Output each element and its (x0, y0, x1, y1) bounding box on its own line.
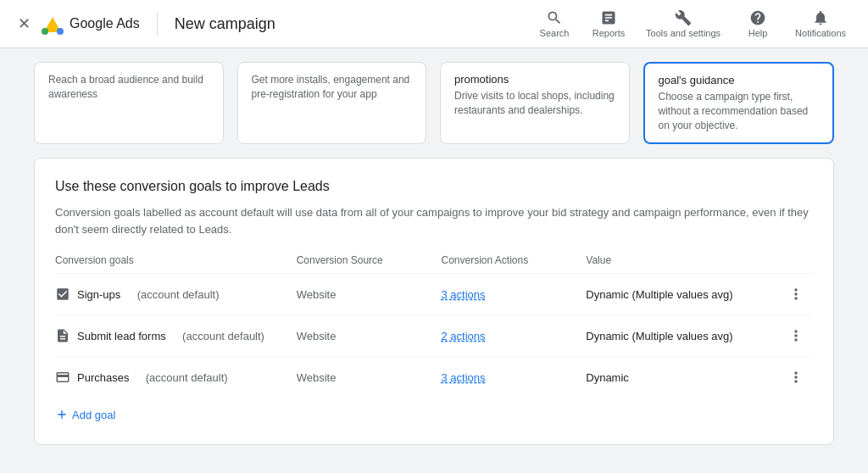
purchases-menu-button[interactable] (779, 369, 813, 386)
help-icon (749, 9, 766, 26)
close-button[interactable]: ✕ (14, 14, 34, 34)
signups-default-label: (account default) (137, 288, 220, 301)
conversion-goals-section: Use these conversion goals to improve Le… (34, 158, 834, 445)
card-guidance-title: goal's guidance (659, 74, 820, 86)
conversion-section-title: Use these conversion goals to improve Le… (55, 179, 813, 194)
svg-point-2 (57, 28, 64, 35)
page-title: New campaign (175, 15, 275, 33)
notifications-icon (812, 9, 829, 26)
campaign-card-local[interactable]: promotions Drive visits to local shops, … (440, 62, 630, 144)
signups-actions-link[interactable]: 3 actions (441, 288, 586, 301)
signups-value: Dynamic (Multiple values avg) (586, 288, 779, 301)
tools-icon (675, 9, 692, 26)
reports-nav-label: Reports (593, 28, 626, 38)
nav-right: Search Reports Tools and settings Help N… (529, 6, 854, 42)
table-header: Conversion goals Conversion Source Conve… (55, 254, 813, 274)
tools-nav-button[interactable]: Tools and settings (637, 6, 729, 42)
reports-nav-button[interactable]: Reports (583, 6, 634, 42)
goal-name-cell-leadforms: Submit lead forms (account default) (55, 328, 297, 343)
col-header-actions: Conversion Actions (441, 254, 586, 266)
card-awareness-desc: Reach a broad audience and build awarene… (48, 73, 209, 102)
table-row: Submit lead forms (account default) Webs… (55, 315, 813, 357)
leadforms-source: Website (297, 330, 442, 342)
search-nav-button[interactable]: Search (529, 6, 580, 42)
leadforms-value: Dynamic (Multiple values avg) (586, 330, 779, 342)
purchases-name: Purchases (77, 371, 129, 384)
col-header-value: Value (586, 254, 779, 266)
leadforms-menu-button[interactable] (779, 327, 813, 344)
card-local-title: promotions (454, 73, 615, 86)
purchases-icon (55, 370, 70, 385)
purchases-default-label: (account default) (146, 371, 228, 384)
table-row: Sign-ups (account default) Website 3 act… (55, 274, 813, 315)
col-header-source: Conversion Source (297, 254, 442, 266)
table-row: Purchases (account default) Website 3 ac… (55, 357, 813, 398)
svg-point-1 (42, 28, 48, 35)
nav-divider (157, 12, 158, 36)
card-guidance-desc: Choose a campaign type first, without a … (659, 90, 820, 132)
google-ads-logo: Google Ads (41, 12, 140, 36)
purchases-value: Dynamic (586, 371, 779, 384)
campaign-card-guidance[interactable]: goal's guidance Choose a campaign type f… (643, 62, 835, 144)
leadforms-default-label: (account default) (182, 330, 264, 342)
notifications-nav-label: Notifications (795, 28, 846, 38)
tools-nav-label: Tools and settings (646, 28, 721, 38)
leadforms-actions-link[interactable]: 2 actions (441, 330, 586, 342)
card-app-desc: Get more installs, engagement and pre-re… (252, 73, 413, 102)
signups-source: Website (297, 288, 442, 301)
main-content: Reach a broad audience and build awarene… (0, 48, 868, 473)
help-nav-button[interactable]: Help (732, 6, 783, 42)
search-icon (546, 9, 563, 26)
add-goal-button[interactable]: Add goal (55, 408, 115, 421)
purchases-source: Website (297, 371, 442, 384)
campaign-card-app[interactable]: Get more installs, engagement and pre-re… (237, 62, 427, 144)
add-goal-label: Add goal (72, 409, 115, 421)
col-header-menu (779, 254, 813, 266)
signups-menu-button[interactable] (779, 286, 813, 303)
goal-name-cell-signups: Sign-ups (account default) (55, 287, 297, 302)
col-header-goal: Conversion goals (55, 254, 297, 266)
conversion-goals-table: Conversion goals Conversion Source Conve… (55, 254, 813, 398)
reports-icon (600, 9, 617, 26)
google-ads-wordmark: Google Ads (70, 16, 140, 31)
google-ads-logo-icon (41, 12, 64, 36)
conversion-section-description: Conversion goals labelled as account def… (55, 204, 813, 237)
help-nav-label: Help (748, 28, 768, 38)
leadforms-icon (55, 328, 70, 343)
notifications-nav-button[interactable]: Notifications (787, 6, 854, 42)
signups-name: Sign-ups (77, 288, 120, 301)
card-local-desc: Drive visits to local shops, including r… (454, 89, 615, 118)
signups-icon (55, 287, 70, 302)
search-nav-label: Search (540, 28, 570, 38)
leadforms-name: Submit lead forms (77, 330, 166, 342)
purchases-actions-link[interactable]: 3 actions (441, 371, 586, 384)
goal-name-cell-purchases: Purchases (account default) (55, 370, 297, 385)
nav-left: ✕ Google Ads New campaign (14, 12, 529, 36)
top-navigation: ✕ Google Ads New campaign Search Reports (0, 0, 868, 48)
campaign-cards-row: Reach a broad audience and build awarene… (34, 62, 834, 144)
campaign-card-awareness[interactable]: Reach a broad audience and build awarene… (34, 62, 224, 144)
